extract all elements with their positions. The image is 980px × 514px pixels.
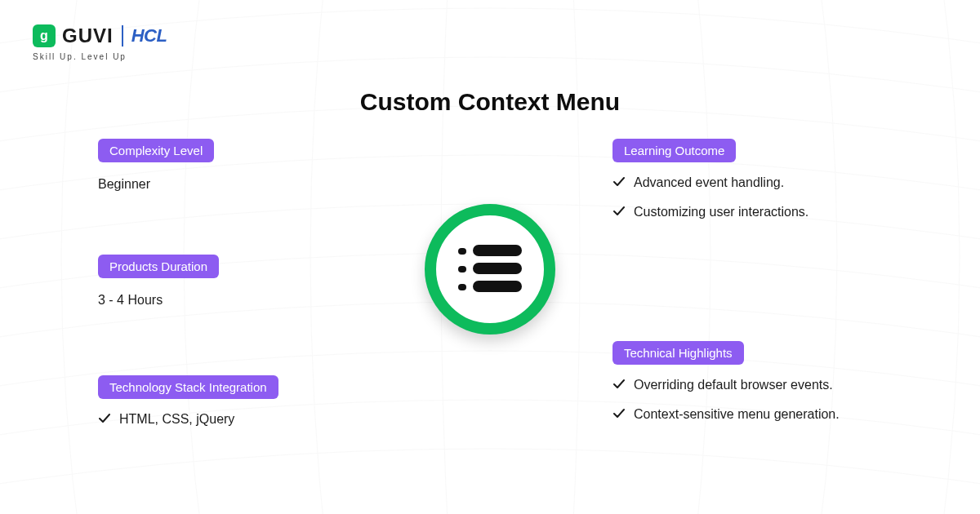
section-duration: Products Duration 3 - 4 Hours bbox=[98, 255, 408, 308]
check-icon bbox=[612, 378, 626, 391]
svg-rect-4 bbox=[458, 284, 466, 290]
guvi-name: GUVI bbox=[62, 24, 114, 47]
learning-list: Advanced event handling. Customizing use… bbox=[612, 174, 923, 220]
list-item-text: Overriding default browser events. bbox=[634, 376, 833, 394]
badge-complexity: Complexity Level bbox=[98, 139, 214, 162]
guvi-icon: g bbox=[33, 24, 56, 47]
list-item: Customizing user interactions. bbox=[612, 203, 923, 221]
list-item-text: HTML, CSS, jQuery bbox=[119, 410, 234, 428]
badge-learning: Learning Outcome bbox=[612, 139, 736, 162]
list-item-text: Customizing user interactions. bbox=[634, 203, 808, 221]
section-tech: Technology Stack Integration HTML, CSS, … bbox=[98, 375, 408, 440]
guvi-logo: g GUVI bbox=[33, 24, 114, 47]
svg-rect-2 bbox=[458, 266, 466, 273]
complexity-value: Beginner bbox=[98, 177, 408, 192]
list-item-text: Advanced event handling. bbox=[634, 174, 784, 192]
center-list-icon bbox=[425, 204, 555, 335]
svg-rect-3 bbox=[473, 263, 522, 274]
hcl-logo: HCL bbox=[131, 25, 167, 47]
section-highlights: Technical Highlights Overriding default … bbox=[612, 341, 923, 434]
brand-header: g GUVI HCL bbox=[33, 24, 167, 47]
menu-list-icon bbox=[458, 245, 522, 294]
brand-tagline: Skill Up. Level Up bbox=[33, 52, 127, 61]
logo-divider bbox=[122, 25, 123, 47]
badge-duration: Products Duration bbox=[98, 255, 219, 278]
svg-rect-0 bbox=[458, 248, 466, 255]
list-item: Context-sensitive menu generation. bbox=[612, 405, 923, 423]
check-icon bbox=[98, 412, 111, 425]
badge-tech: Technology Stack Integration bbox=[98, 375, 278, 399]
section-learning: Learning Outcome Advanced event handling… bbox=[612, 139, 923, 232]
check-icon bbox=[612, 205, 626, 218]
check-icon bbox=[612, 175, 626, 188]
duration-value: 3 - 4 Hours bbox=[98, 293, 408, 308]
list-item: HTML, CSS, jQuery bbox=[98, 410, 408, 428]
list-item: Advanced event handling. bbox=[612, 174, 923, 192]
list-item: Overriding default browser events. bbox=[612, 376, 923, 394]
section-complexity: Complexity Level Beginner bbox=[98, 139, 408, 192]
list-item-text: Context-sensitive menu generation. bbox=[634, 405, 840, 423]
highlights-list: Overriding default browser events. Conte… bbox=[612, 376, 923, 423]
svg-rect-1 bbox=[473, 245, 522, 256]
badge-highlights: Technical Highlights bbox=[612, 341, 744, 365]
tech-list: HTML, CSS, jQuery bbox=[98, 410, 408, 428]
svg-rect-5 bbox=[473, 281, 522, 292]
page-title: Custom Context Menu bbox=[0, 88, 980, 116]
check-icon bbox=[612, 407, 626, 420]
